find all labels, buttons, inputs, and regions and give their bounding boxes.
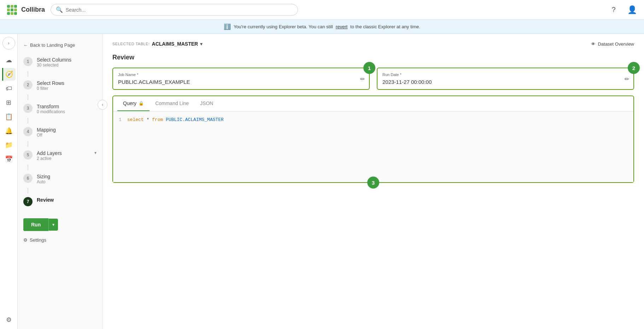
json-tab-label: JSON	[200, 100, 213, 106]
nav-explore-button[interactable]: 🧭	[2, 68, 16, 81]
job-name-value: PUBLIC.ACLAIMS_EXAMPLE	[118, 79, 364, 85]
run-button[interactable]: Run	[23, 218, 48, 231]
step-info-1: Select Columns 30 selected	[37, 57, 71, 68]
search-bar[interactable]: 🔍	[51, 4, 298, 16]
run-date-field: 2 Run Date * 2023-11-27 00:00:00 ✏	[377, 68, 634, 90]
back-link-text: Back to Landing Page	[30, 42, 75, 48]
step-item-7[interactable]: 7 Review	[18, 194, 102, 210]
step-number-4: 4	[23, 127, 33, 136]
eye-icon: 👁	[591, 41, 596, 47]
svg-rect-7	[7, 12, 10, 15]
svg-rect-1	[7, 5, 10, 8]
nav-list-button[interactable]: 📋	[2, 110, 15, 123]
run-date-label: Run Date *	[382, 73, 628, 77]
step-item-5[interactable]: 5 Add Layers 2 active ▾	[18, 147, 102, 164]
step-title-7: Review	[37, 197, 54, 203]
dataset-overview-button[interactable]: 👁 Dataset Overview	[591, 41, 634, 47]
step-item-4[interactable]: 4 Mapping Off	[18, 123, 102, 141]
code-star: *	[146, 117, 152, 122]
settings-label: Settings	[30, 237, 46, 243]
job-name-edit-button[interactable]: ✏	[360, 75, 365, 82]
nav-home-button[interactable]: ☁	[2, 54, 15, 67]
code-text: select * from PUBLIC.ACLAIMS_MASTER	[127, 117, 224, 122]
step-title-1: Select Columns	[37, 57, 71, 63]
tab-json[interactable]: JSON	[194, 96, 219, 111]
revert-link[interactable]: revert	[336, 24, 347, 29]
step-info-6: Sizing Auto	[37, 174, 50, 184]
step-sub-3: 0 modifications	[37, 109, 65, 114]
logo-text: Collibra	[21, 6, 45, 13]
settings-button[interactable]: ⚙ Settings	[23, 235, 46, 245]
nav-clipboard-button[interactable]: 📁	[2, 139, 15, 151]
main-content: SELECTED TABLE: ACLAIMS_MASTER ▾ 👁 Datas…	[103, 34, 644, 329]
tab-query[interactable]: Query 🔒	[117, 96, 150, 111]
step-sub-2: 0 filter	[37, 86, 64, 91]
job-name-field: 1 Job Name * PUBLIC.ACLAIMS_EXAMPLE ✏	[112, 68, 370, 90]
user-button[interactable]: 👤	[626, 4, 638, 16]
table-name: ACLAIMS_MASTER	[152, 41, 198, 47]
step-title-5: Add Layers	[37, 150, 62, 156]
query-tabs: Query 🔒 Command Line JSON	[113, 96, 633, 111]
top-bar-right: ? 👤	[607, 4, 638, 16]
step-title-6: Sizing	[37, 174, 50, 179]
back-link[interactable]: ← Back to Landing Page	[18, 40, 102, 53]
svg-rect-3	[14, 5, 17, 8]
search-input[interactable]	[66, 7, 293, 13]
form-row: 1 Job Name * PUBLIC.ACLAIMS_EXAMPLE ✏ 2 …	[112, 68, 634, 90]
collapse-sidebar-button[interactable]: ‹	[98, 100, 107, 110]
query-section: Query 🔒 Command Line JSON 1 select * fro…	[112, 96, 634, 183]
step-sub-6: Auto	[37, 179, 50, 184]
step-number-6: 6	[23, 174, 33, 183]
step-badge-2: 2	[628, 62, 640, 74]
help-button[interactable]: ?	[607, 4, 620, 16]
dataset-overview-label: Dataset Overview	[598, 41, 634, 47]
step-badge-1: 1	[363, 62, 375, 74]
step-title-3: Transform	[37, 104, 65, 109]
step-connector-5	[28, 164, 28, 170]
lock-icon: 🔒	[139, 101, 144, 106]
svg-rect-6	[14, 8, 17, 11]
back-arrow-icon: ←	[23, 42, 28, 48]
query-tab-label: Query	[123, 100, 136, 106]
step-item-3[interactable]: 3 Transform 0 modifications	[18, 100, 102, 118]
step-connector-6	[28, 188, 28, 194]
run-date-value: 2023-11-27 00:00:00	[382, 79, 628, 85]
run-dropdown-button[interactable]: ▾	[48, 219, 58, 231]
body-layout: › ☁ 🧭 🏷 ⊞ 📋 🔔 📁 📅 ⚙ ← Back to Landing Pa…	[0, 34, 644, 329]
tab-command-line[interactable]: Command Line	[150, 96, 194, 111]
table-selector: SELECTED TABLE: ACLAIMS_MASTER ▾	[112, 41, 203, 47]
run-section: Run ▾ ⚙ Settings	[18, 213, 102, 250]
step-item-2[interactable]: 2 Select Rows 0 filter	[18, 77, 102, 94]
step-connector-1	[28, 71, 28, 77]
step-info-2: Select Rows 0 filter	[37, 80, 64, 91]
step-info-4: Mapping Off	[37, 127, 56, 138]
step-sub-5: 2 active	[37, 156, 62, 161]
svg-rect-9	[14, 12, 17, 15]
nav-calendar-button[interactable]: 📅	[2, 153, 15, 166]
icon-nav: › ☁ 🧭 🏷 ⊞ 📋 🔔 📁 📅 ⚙	[0, 34, 18, 329]
nav-settings-button[interactable]: ⚙	[2, 313, 15, 326]
table-selector-chevron-button[interactable]: ▾	[200, 41, 203, 47]
code-keyword: select	[127, 117, 144, 122]
step-connector-2	[28, 94, 28, 100]
line-number: 1	[119, 117, 122, 122]
run-date-edit-button[interactable]: ✏	[625, 75, 629, 82]
step-number-1: 1	[23, 57, 33, 66]
step-item-6[interactable]: 6 Sizing Auto	[18, 170, 102, 188]
settings-gear-icon: ⚙	[23, 237, 28, 243]
step-connector-3	[28, 118, 28, 123]
step-info-5: Add Layers 2 active	[37, 150, 62, 161]
step-info-3: Transform 0 modifications	[37, 104, 65, 114]
step-title-2: Select Rows	[37, 80, 64, 86]
step-title-4: Mapping	[37, 127, 56, 133]
nav-grid-button[interactable]: ⊞	[2, 96, 15, 109]
command-line-tab-label: Command Line	[155, 100, 189, 106]
add-layers-chevron-icon: ▾	[94, 150, 96, 155]
collapse-nav-button[interactable]: ›	[2, 37, 15, 50]
step-number-7: 7	[23, 197, 33, 206]
step-item-1[interactable]: 1 Select Columns 30 selected	[18, 53, 102, 71]
nav-tag-button[interactable]: 🏷	[2, 82, 15, 95]
run-btn-group: Run ▾	[23, 218, 96, 231]
banner-message: You're currently using Explorer beta. Yo…	[234, 24, 333, 29]
nav-bell-button[interactable]: 🔔	[2, 125, 15, 137]
